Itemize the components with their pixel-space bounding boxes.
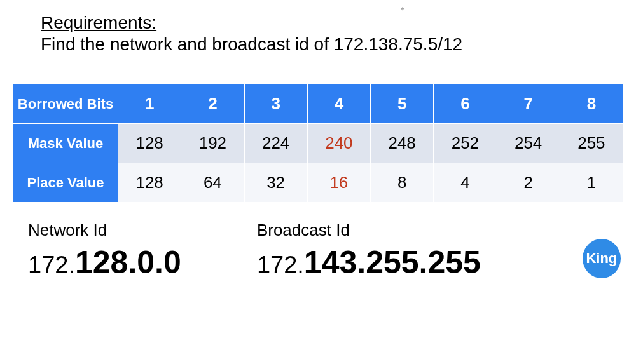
bits-col-6: 6 bbox=[434, 84, 497, 124]
table-row: Place Value 128 64 32 16 8 4 2 1 bbox=[13, 163, 623, 203]
bits-col-5: 5 bbox=[371, 84, 434, 124]
row-header-place-value: Place Value bbox=[13, 163, 118, 203]
network-id-label: Network Id bbox=[28, 220, 257, 240]
table-row: Mask Value 128 192 224 240 248 252 254 2… bbox=[13, 124, 623, 163]
requirements-title: Requirements: bbox=[41, 13, 595, 33]
table-row: Borrowed Bits 1 2 3 4 5 6 7 8 bbox=[13, 84, 623, 124]
place-col-4: 16 bbox=[307, 163, 370, 203]
place-col-8: 1 bbox=[560, 163, 623, 203]
bits-col-3: 3 bbox=[244, 84, 307, 124]
place-col-3: 32 bbox=[244, 163, 307, 203]
place-col-7: 2 bbox=[497, 163, 560, 203]
broadcast-id-block: Broadcast Id 172.143.255.255 bbox=[257, 220, 579, 281]
network-id-value: 172.128.0.0 bbox=[28, 244, 257, 281]
mask-col-1: 128 bbox=[118, 124, 181, 163]
mask-col-4: 240 bbox=[307, 124, 370, 163]
bits-col-2: 2 bbox=[181, 84, 244, 124]
bits-col-7: 7 bbox=[497, 84, 560, 124]
mask-col-5: 248 bbox=[371, 124, 434, 163]
broadcast-id-label: Broadcast Id bbox=[257, 220, 579, 240]
subnet-table: Borrowed Bits 1 2 3 4 5 6 7 8 Mask Value… bbox=[13, 84, 623, 203]
place-col-5: 8 bbox=[371, 163, 434, 203]
place-col-1: 128 bbox=[118, 163, 181, 203]
mask-col-7: 254 bbox=[497, 124, 560, 163]
mask-col-8: 255 bbox=[560, 124, 623, 163]
row-header-borrowed-bits: Borrowed Bits bbox=[13, 84, 118, 124]
row-header-mask-value: Mask Value bbox=[13, 124, 118, 163]
requirements-text: Find the network and broadcast id of 172… bbox=[41, 34, 595, 55]
mask-col-2: 192 bbox=[181, 124, 244, 163]
broadcast-id-value: 172.143.255.255 bbox=[257, 244, 579, 281]
bits-col-1: 1 bbox=[118, 84, 181, 124]
network-id-block: Network Id 172.128.0.0 bbox=[28, 220, 257, 281]
place-col-6: 4 bbox=[434, 163, 497, 203]
bits-col-4: 4 bbox=[307, 84, 370, 124]
requirements-block: Requirements: Find the network and broad… bbox=[0, 13, 636, 55]
bits-col-8: 8 bbox=[560, 84, 623, 124]
cursor-icon: ⌖ bbox=[401, 5, 404, 13]
mask-col-3: 224 bbox=[244, 124, 307, 163]
answers-row: Network Id 172.128.0.0 Broadcast Id 172.… bbox=[0, 203, 636, 281]
place-col-2: 64 bbox=[181, 163, 244, 203]
brand-badge: King bbox=[583, 239, 621, 278]
mask-col-6: 252 bbox=[434, 124, 497, 163]
